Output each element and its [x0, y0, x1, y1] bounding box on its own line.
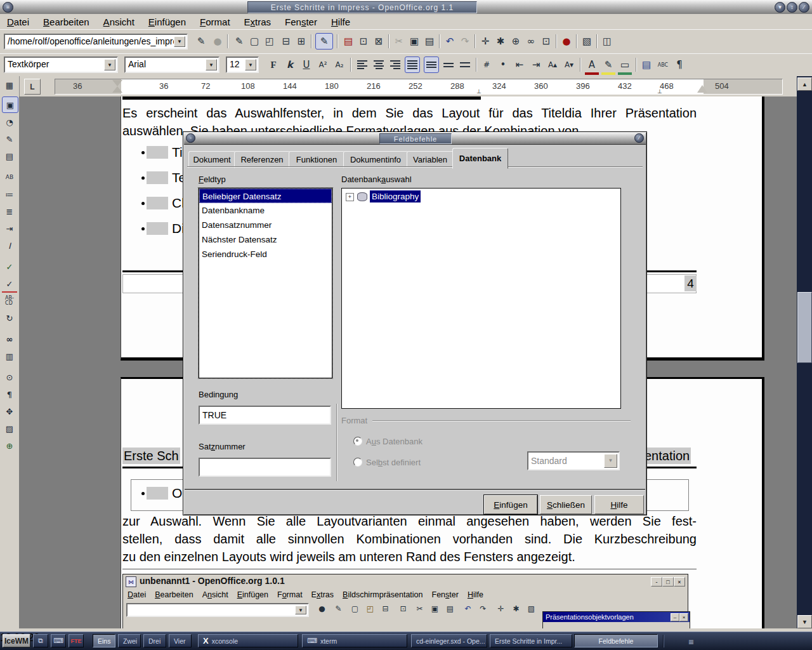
bedingung-input[interactable]: TRUE [199, 406, 331, 425]
right-indent-marker[interactable] [697, 85, 707, 93]
maximize-button[interactable]: ↕ [787, 2, 797, 13]
text-cursor-icon[interactable]: I [2, 238, 17, 253]
url-dropdown-button[interactable]: ▼ [174, 36, 185, 47]
horizontal-ruler[interactable]: 36 36 72 108 144 180 216 252 288 324 360… [55, 79, 783, 95]
insert-frame-icon[interactable]: ▣ [2, 96, 18, 113]
menu-bearbeiten[interactable]: Bearbeiten [36, 15, 96, 29]
style-combobox[interactable]: Textkörper ▼ [4, 56, 118, 73]
close-button[interactable]: ⁄ [799, 2, 809, 13]
menu-format[interactable]: Format [193, 15, 237, 29]
vertical-scrollbar[interactable]: ▲ ▼ [797, 76, 812, 628]
menu-einfuegen[interactable]: Einfügen [141, 15, 193, 29]
align-right-icon[interactable] [388, 57, 402, 72]
database-tree[interactable]: + Bibliography [341, 188, 621, 409]
list-item[interactable]: Datensatznummer [199, 218, 332, 232]
navigator-icon[interactable]: ✛ [478, 34, 492, 49]
increase-indent-icon[interactable]: ⇥ [529, 57, 543, 72]
window-menu-button[interactable]: ≡ [3, 2, 13, 13]
feldbefehle-dialog[interactable]: - Feldbefehle ⁄ Dokument Referenzen Funk… [183, 131, 647, 515]
task-xconsole[interactable]: Xxconsole [198, 634, 298, 647]
insert-table-icon[interactable]: ▦ [2, 77, 17, 93]
menu-datei[interactable]: Datei [0, 15, 36, 29]
data-sources-icon[interactable]: ▥ [2, 348, 17, 364]
einfuegen-button[interactable]: Einfügen [484, 495, 537, 514]
hand-drag-icon[interactable]: ✥ [2, 404, 17, 419]
insert-fields-icon[interactable]: AB [2, 169, 17, 185]
numbered-list-icon[interactable]: # [480, 57, 494, 72]
graphics-onoff-icon[interactable]: ▨ [2, 421, 17, 436]
menu-hilfe[interactable]: Hilfe [324, 15, 357, 29]
font-combobox[interactable]: Arial ▼ [124, 56, 219, 73]
superscript-icon[interactable]: A² [316, 57, 330, 72]
workspace-vier[interactable]: Vier [169, 634, 192, 647]
form-functions-icon[interactable]: ▤ [2, 149, 17, 164]
tab-referenzen[interactable]: Referenzen [234, 151, 290, 168]
menu-extras[interactable]: Extras [237, 15, 278, 29]
paragraph-dialog-icon[interactable]: ¶ [672, 57, 686, 72]
bold-icon[interactable]: F [266, 57, 280, 72]
tab-datenbank[interactable]: Datenbank [452, 148, 508, 169]
background-color-icon[interactable]: ▭ [618, 57, 632, 75]
stylist-icon[interactable]: ✱ [494, 34, 508, 49]
page-preview-icon[interactable]: ⊠ [372, 34, 386, 49]
increase-font-icon[interactable]: A▴ [546, 57, 560, 72]
workspace-zwei[interactable]: Zwei [118, 634, 141, 647]
linespacing-15-icon[interactable] [442, 57, 455, 72]
undo-icon[interactable]: ↶ [443, 34, 457, 49]
insert-chart-icon[interactable]: ◔ [2, 114, 17, 129]
autotext-icon[interactable]: ≔ [2, 187, 17, 202]
list-item-selected[interactable]: Beliebiger Datensatz [199, 189, 332, 203]
style-dropdown-button[interactable]: ▼ [104, 59, 115, 70]
linespacing-2-icon[interactable] [458, 57, 472, 72]
decrease-indent-icon[interactable]: ⇤ [513, 57, 527, 72]
tab-funktionen[interactable]: Funktionen [289, 151, 344, 168]
satznummer-input[interactable] [199, 458, 331, 477]
italic-icon[interactable]: k [283, 57, 297, 72]
thesaurus-icon[interactable]: ↻ [2, 310, 17, 326]
explorer-icon[interactable]: ◫ [600, 34, 614, 49]
dialog-menu-button[interactable]: - [186, 133, 195, 143]
linespacing-1-icon[interactable] [424, 56, 439, 73]
subscript-icon[interactable]: A₂ [332, 57, 346, 72]
hyphenation-icon[interactable]: AB-CD [2, 293, 17, 308]
underline-icon[interactable]: U [299, 57, 313, 72]
autoformat-icon[interactable]: ABC [656, 57, 670, 72]
numbering-icon[interactable]: ≣ [2, 204, 17, 219]
copy-icon[interactable]: ▣ [407, 34, 421, 49]
printer-icon[interactable]: ⊡ [357, 34, 370, 49]
spellcheck-icon[interactable]: ✓ [2, 259, 17, 274]
font-color-icon[interactable]: A [585, 57, 599, 75]
indent-arrow-icon[interactable]: ⇥ [2, 221, 17, 236]
tab-type-button[interactable]: L [24, 79, 41, 95]
list-item[interactable]: Nächster Datensatz [199, 232, 332, 247]
gallery-icon[interactable]: ▧ [580, 34, 594, 49]
save-all-icon[interactable]: ⊞ [294, 34, 308, 49]
workspace-drei[interactable]: Drei [143, 634, 166, 647]
dialog-titlebar[interactable]: - Feldbefehle ⁄ [184, 133, 646, 145]
task-feldbefehle[interactable]: Feldbefehle [574, 634, 658, 647]
list-item[interactable]: Datenbankname [199, 203, 332, 218]
edit-mode-icon[interactable]: ✎ [315, 33, 333, 50]
character-dialog-icon[interactable]: ▤ [639, 57, 653, 72]
record-icon[interactable]: ● [560, 34, 573, 49]
task-cd-einleger[interactable]: cd-einleger.sxd - Ope... [411, 634, 487, 647]
scroll-thumb[interactable] [797, 292, 812, 363]
paste-icon[interactable]: ▤ [422, 34, 436, 49]
decrease-font-icon[interactable]: A▾ [562, 57, 576, 72]
scroll-down-button[interactable]: ▼ [797, 615, 812, 628]
draw-functions-icon[interactable]: ✎ [2, 131, 17, 147]
terminal-launcher-button[interactable]: ⌨ [51, 634, 66, 647]
find-replace-icon[interactable]: ∞ [2, 331, 17, 347]
new-document-icon[interactable]: ✎ [232, 34, 246, 49]
task-erste-schritte[interactable]: Erste Schritte in Impr... [490, 634, 572, 647]
auto-spellcheck-icon[interactable]: ✓ [2, 276, 17, 293]
online-layout-icon[interactable]: ⊕ [2, 438, 17, 453]
print-file-icon[interactable]: ▤ [341, 34, 355, 49]
indent-marker-top[interactable] [112, 80, 122, 86]
fontsize-combobox[interactable]: 12 ▼ [226, 56, 259, 73]
icewm-menu-button[interactable]: IceWM [3, 634, 30, 647]
fte-launcher-button[interactable]: FTE [69, 634, 84, 647]
fontsize-dropdown-button[interactable]: ▼ [245, 59, 256, 70]
align-left-icon[interactable] [355, 57, 369, 72]
scroll-up-button[interactable]: ▲ [797, 77, 812, 91]
